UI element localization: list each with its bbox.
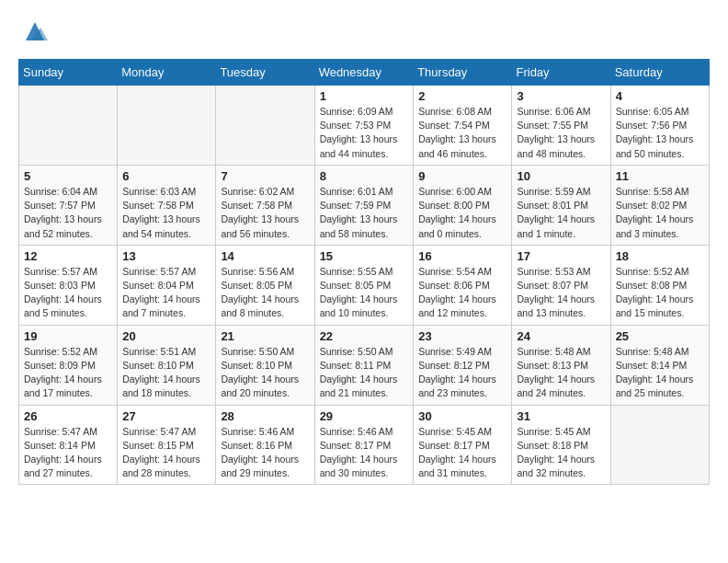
day-number: 27 [122,409,210,423]
weekday-header-sunday: Sunday [19,60,118,86]
calendar-cell: 18Sunrise: 5:52 AMSunset: 8:08 PMDayligh… [610,245,709,325]
logo [18,18,48,44]
calendar-cell: 6Sunrise: 6:03 AMSunset: 7:58 PMDaylight… [118,165,216,245]
calendar-cell: 13Sunrise: 5:57 AMSunset: 8:04 PMDayligh… [118,245,216,325]
day-info: Sunrise: 5:49 AMSunset: 8:12 PMDaylight:… [418,345,506,401]
calendar-cell [216,86,314,166]
day-number: 24 [517,329,605,343]
day-number: 1 [320,89,409,103]
day-info: Sunrise: 6:04 AMSunset: 7:57 PMDaylight:… [24,185,112,241]
day-number: 29 [320,409,409,423]
day-number: 28 [221,409,309,423]
day-number: 11 [616,169,704,183]
day-number: 6 [122,169,210,183]
calendar-cell: 8Sunrise: 6:01 AMSunset: 7:59 PMDaylight… [314,165,414,245]
weekday-header-wednesday: Wednesday [314,60,414,86]
day-info: Sunrise: 5:59 AMSunset: 8:01 PMDaylight:… [517,185,605,241]
calendar-cell: 15Sunrise: 5:55 AMSunset: 8:05 PMDayligh… [314,245,414,325]
day-number: 13 [122,249,210,263]
day-number: 25 [616,329,704,343]
calendar-cell: 1Sunrise: 6:09 AMSunset: 7:53 PMDaylight… [314,86,414,166]
day-number: 17 [517,249,605,263]
day-info: Sunrise: 5:48 AMSunset: 8:14 PMDaylight:… [616,345,704,401]
calendar-cell: 23Sunrise: 5:49 AMSunset: 8:12 PMDayligh… [414,325,512,405]
day-info: Sunrise: 6:03 AMSunset: 7:58 PMDaylight:… [122,185,210,241]
day-info: Sunrise: 5:52 AMSunset: 8:09 PMDaylight:… [24,345,112,401]
day-number: 30 [418,409,506,423]
calendar-week-row: 19Sunrise: 5:52 AMSunset: 8:09 PMDayligh… [19,325,710,405]
day-info: Sunrise: 5:46 AMSunset: 8:16 PMDaylight:… [221,425,309,481]
calendar-cell: 25Sunrise: 5:48 AMSunset: 8:14 PMDayligh… [610,325,709,405]
day-number: 31 [517,409,605,423]
calendar-cell: 16Sunrise: 5:54 AMSunset: 8:06 PMDayligh… [414,245,512,325]
calendar-cell: 20Sunrise: 5:51 AMSunset: 8:10 PMDayligh… [118,325,216,405]
day-number: 4 [616,89,704,103]
day-info: Sunrise: 5:57 AMSunset: 8:03 PMDaylight:… [24,265,112,321]
calendar-week-row: 1Sunrise: 6:09 AMSunset: 7:53 PMDaylight… [19,86,710,166]
calendar-cell: 7Sunrise: 6:02 AMSunset: 7:58 PMDaylight… [216,165,314,245]
calendar-cell: 4Sunrise: 6:05 AMSunset: 7:56 PMDaylight… [610,86,709,166]
calendar-cell: 30Sunrise: 5:45 AMSunset: 8:17 PMDayligh… [414,405,512,485]
day-number: 15 [320,249,409,263]
day-number: 8 [320,169,409,183]
day-info: Sunrise: 5:47 AMSunset: 8:14 PMDaylight:… [24,425,112,481]
page-header [18,18,710,44]
calendar-cell: 26Sunrise: 5:47 AMSunset: 8:14 PMDayligh… [19,405,118,485]
calendar-cell: 29Sunrise: 5:46 AMSunset: 8:17 PMDayligh… [314,405,414,485]
calendar-cell: 27Sunrise: 5:47 AMSunset: 8:15 PMDayligh… [118,405,216,485]
day-number: 10 [517,169,605,183]
day-number: 23 [418,329,506,343]
day-info: Sunrise: 6:08 AMSunset: 7:54 PMDaylight:… [418,105,506,161]
calendar-cell: 22Sunrise: 5:50 AMSunset: 8:11 PMDayligh… [314,325,414,405]
day-number: 3 [517,89,605,103]
day-info: Sunrise: 5:52 AMSunset: 8:08 PMDaylight:… [616,265,704,321]
calendar-cell: 28Sunrise: 5:46 AMSunset: 8:16 PMDayligh… [216,405,314,485]
weekday-header-tuesday: Tuesday [216,60,314,86]
day-info: Sunrise: 5:51 AMSunset: 8:10 PMDaylight:… [122,345,210,401]
day-number: 12 [24,249,112,263]
calendar-cell: 14Sunrise: 5:56 AMSunset: 8:05 PMDayligh… [216,245,314,325]
day-number: 22 [320,329,409,343]
day-info: Sunrise: 5:45 AMSunset: 8:17 PMDaylight:… [418,425,506,481]
calendar-cell: 24Sunrise: 5:48 AMSunset: 8:13 PMDayligh… [512,325,610,405]
day-number: 7 [221,169,309,183]
day-info: Sunrise: 5:50 AMSunset: 8:10 PMDaylight:… [221,345,309,401]
day-info: Sunrise: 5:45 AMSunset: 8:18 PMDaylight:… [517,425,605,481]
logo-icon [22,18,48,44]
day-info: Sunrise: 5:47 AMSunset: 8:15 PMDaylight:… [122,425,210,481]
calendar-cell: 31Sunrise: 5:45 AMSunset: 8:18 PMDayligh… [512,405,610,485]
weekday-header-friday: Friday [512,60,610,86]
day-number: 20 [122,329,210,343]
calendar-week-row: 26Sunrise: 5:47 AMSunset: 8:14 PMDayligh… [19,405,710,485]
day-info: Sunrise: 5:57 AMSunset: 8:04 PMDaylight:… [122,265,210,321]
calendar-cell: 19Sunrise: 5:52 AMSunset: 8:09 PMDayligh… [19,325,118,405]
day-number: 26 [24,409,112,423]
day-info: Sunrise: 5:58 AMSunset: 8:02 PMDaylight:… [616,185,704,241]
calendar-cell: 9Sunrise: 6:00 AMSunset: 8:00 PMDaylight… [414,165,512,245]
calendar-week-row: 12Sunrise: 5:57 AMSunset: 8:03 PMDayligh… [19,245,710,325]
calendar-table: SundayMondayTuesdayWednesdayThursdayFrid… [18,59,710,485]
day-info: Sunrise: 6:01 AMSunset: 7:59 PMDaylight:… [320,185,409,241]
calendar-cell: 10Sunrise: 5:59 AMSunset: 8:01 PMDayligh… [512,165,610,245]
calendar-cell: 21Sunrise: 5:50 AMSunset: 8:10 PMDayligh… [216,325,314,405]
weekday-header-row: SundayMondayTuesdayWednesdayThursdayFrid… [19,60,710,86]
day-info: Sunrise: 6:00 AMSunset: 8:00 PMDaylight:… [418,185,506,241]
weekday-header-saturday: Saturday [610,60,709,86]
day-number: 14 [221,249,309,263]
calendar-cell: 12Sunrise: 5:57 AMSunset: 8:03 PMDayligh… [19,245,118,325]
day-info: Sunrise: 5:48 AMSunset: 8:13 PMDaylight:… [517,345,605,401]
day-info: Sunrise: 6:06 AMSunset: 7:55 PMDaylight:… [517,105,605,161]
day-number: 19 [24,329,112,343]
weekday-header-thursday: Thursday [414,60,512,86]
calendar-cell: 17Sunrise: 5:53 AMSunset: 8:07 PMDayligh… [512,245,610,325]
day-number: 21 [221,329,309,343]
day-number: 5 [24,169,112,183]
day-info: Sunrise: 6:02 AMSunset: 7:58 PMDaylight:… [221,185,309,241]
day-info: Sunrise: 6:09 AMSunset: 7:53 PMDaylight:… [320,105,409,161]
day-info: Sunrise: 5:53 AMSunset: 8:07 PMDaylight:… [517,265,605,321]
calendar-cell: 2Sunrise: 6:08 AMSunset: 7:54 PMDaylight… [414,86,512,166]
calendar-cell: 3Sunrise: 6:06 AMSunset: 7:55 PMDaylight… [512,86,610,166]
calendar-cell [118,86,216,166]
day-info: Sunrise: 5:46 AMSunset: 8:17 PMDaylight:… [320,425,409,481]
day-info: Sunrise: 5:50 AMSunset: 8:11 PMDaylight:… [320,345,409,401]
